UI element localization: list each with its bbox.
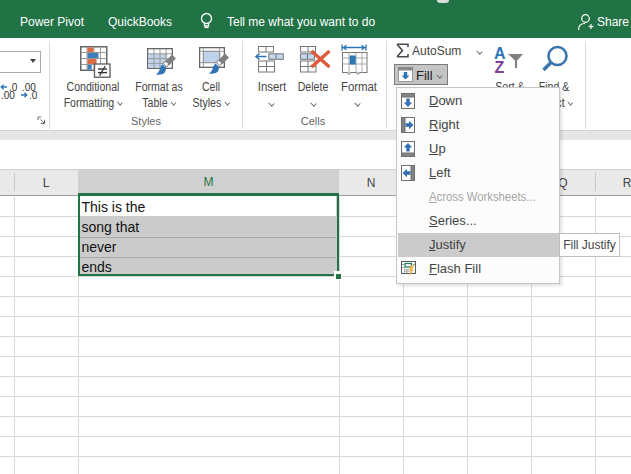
svg-text:Z: Z [495,59,505,76]
